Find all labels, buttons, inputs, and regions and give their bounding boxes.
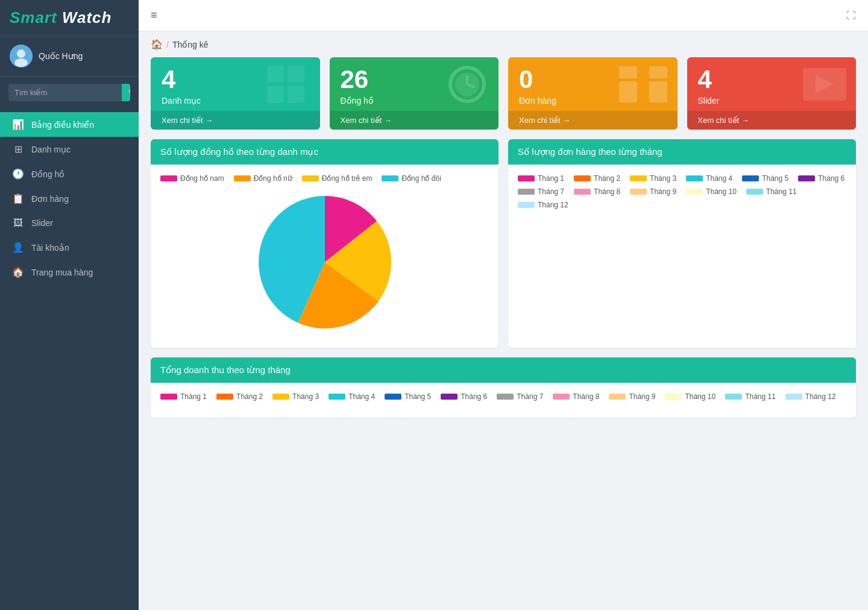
order-legend-item-11: Tháng 12	[518, 201, 568, 209]
order-chart-body: Tháng 1Tháng 2Tháng 3Tháng 4Tháng 5Tháng…	[508, 165, 856, 347]
sidebar-item-label: Danh mục	[31, 145, 71, 154]
stat-number-watch: 26	[341, 67, 374, 92]
order-legend-item-0: Tháng 1	[518, 174, 564, 183]
revenue-chart-header: Tổng doanh thu theo từng tháng	[151, 357, 856, 383]
stat-label-slider: Slider	[698, 96, 720, 105]
svg-rect-3	[267, 66, 284, 83]
legend-label-2: Đồng hồ trẻ em	[322, 174, 373, 183]
revenue-chart-card: Tổng doanh thu theo từng tháng Tháng 1Th…	[151, 357, 856, 418]
stat-label-order: Đơn hàng	[519, 96, 556, 105]
order-legend-item-10: Tháng 11	[746, 187, 797, 196]
legend-color-3	[382, 175, 398, 181]
avatar	[10, 45, 33, 68]
sidebar-item-label: Slider	[31, 218, 53, 228]
topbar: ≡ ⛶	[139, 0, 868, 31]
svg-rect-6	[288, 86, 304, 103]
revenue-legend-item-4: Tháng 5	[385, 392, 431, 401]
sidebar-nav: 📊 Bảng điều khiển ⊞ Danh mục 🕐 Đồng hồ 📋…	[0, 108, 139, 610]
stat-footer-category[interactable]: Xem chi tiết →	[151, 111, 320, 130]
legend-item-0: Đồng hồ nam	[160, 174, 224, 183]
sidebar-item-watch[interactable]: 🕐 Đồng hồ	[0, 162, 139, 186]
legend-color-2	[302, 175, 319, 181]
pie-chart-card: Số lượng đồng hồ theo từng danh mục Đồng…	[151, 139, 498, 348]
revenue-chart-section: Tổng doanh thu theo từng tháng Tháng 1Th…	[139, 357, 868, 430]
order-chart-empty	[518, 216, 846, 337]
pie-chart-header: Số lượng đồng hồ theo từng danh mục	[151, 139, 498, 165]
stat-number-category: 4	[162, 67, 201, 92]
category-icon: ⊞	[12, 143, 24, 155]
stat-card-top: 4 Danh mục	[162, 67, 309, 105]
pie-svg	[259, 196, 391, 329]
home-icon[interactable]: 🏠	[151, 39, 163, 50]
order-legend-item-6: Tháng 7	[518, 187, 564, 196]
svg-rect-4	[288, 66, 304, 83]
svg-point-1	[17, 49, 25, 58]
order-legend-item-1: Tháng 2	[574, 174, 620, 183]
revenue-legend-item-9: Tháng 10	[665, 392, 715, 401]
hamburger-button[interactable]: ≡	[151, 9, 157, 22]
stat-footer-order[interactable]: Xem chi tiết →	[508, 111, 678, 130]
sidebar-item-order[interactable]: 📋 Đơn hàng	[0, 186, 139, 211]
breadcrumb-current: Thống kê	[172, 40, 209, 49]
watch-icon: 🕐	[12, 168, 24, 180]
revenue-legend-item-7: Tháng 8	[553, 392, 599, 401]
order-legend-item-7: Tháng 8	[574, 187, 620, 196]
sidebar-item-dashboard[interactable]: 📊 Bảng điều khiển	[0, 112, 139, 137]
pie-chart-body: Đồng hồ nam Đồng hồ nữ Đồng hồ trẻ em Đồ…	[151, 165, 498, 348]
revenue-legend-item-2: Tháng 3	[272, 392, 319, 401]
order-chart-header: Số lượng đơn hàng theo từng tháng	[508, 139, 856, 165]
app-logo: Smart Watch	[0, 0, 139, 36]
order-legend-item-2: Tháng 3	[630, 174, 676, 183]
order-legend-item-5: Tháng 6	[798, 174, 844, 183]
pie-container	[160, 190, 489, 338]
expand-button[interactable]: ⛶	[846, 10, 856, 21]
revenue-legend-item-6: Tháng 7	[497, 392, 543, 401]
sidebar-item-shop[interactable]: 🏠 Trang mua hàng	[0, 260, 139, 285]
order-legend-item-3: Tháng 4	[686, 174, 732, 183]
legend-color-0	[160, 175, 177, 181]
order-legend-item-4: Tháng 5	[742, 174, 788, 183]
sidebar-item-label: Bảng điều khiển	[31, 120, 94, 130]
topbar-left: ≡	[151, 9, 157, 22]
main-content: ≡ ⛶ 🏠 / Thống kê 4 Danh mục	[139, 0, 868, 610]
revenue-legend-item-10: Tháng 11	[725, 392, 776, 401]
stat-label-category: Danh mục	[162, 96, 201, 105]
stat-card-top: 26 Đồng hồ	[341, 67, 488, 105]
stat-card-watch: 26 Đồng hồ Xem chi tiết →	[330, 57, 499, 130]
sidebar-item-category[interactable]: ⊞ Danh mục	[0, 137, 139, 162]
sidebar-item-label: Trang mua hàng	[31, 268, 93, 277]
revenue-legend-item-3: Tháng 4	[329, 392, 375, 401]
user-profile: Quốc Hưng	[0, 36, 139, 77]
stat-footer-watch[interactable]: Xem chi tiết →	[330, 111, 499, 130]
sidebar-item-label: Đơn hàng	[31, 194, 69, 204]
revenue-legend-item-5: Tháng 6	[441, 392, 487, 401]
revenue-legend-item-11: Tháng 12	[785, 392, 836, 401]
search-box[interactable]: 🔍	[8, 84, 130, 101]
svg-rect-13	[619, 66, 637, 78]
charts-row: Số lượng đồng hồ theo từng danh mục Đồng…	[139, 139, 868, 357]
breadcrumb: 🏠 / Thống kê	[139, 31, 868, 57]
stat-number-order: 0	[519, 67, 556, 92]
category-stat-icon	[265, 63, 313, 110]
sidebar-item-slider[interactable]: 🖼 Slider	[0, 211, 139, 235]
order-chart-legend: Tháng 1Tháng 2Tháng 3Tháng 4Tháng 5Tháng…	[518, 174, 846, 209]
search-input[interactable]	[8, 84, 122, 101]
slider-icon: 🖼	[12, 218, 24, 228]
breadcrumb-separator: /	[166, 40, 169, 49]
order-chart-card: Số lượng đơn hàng theo từng tháng Tháng …	[508, 139, 856, 348]
legend-color-1	[234, 175, 251, 181]
dashboard-icon: 📊	[12, 119, 24, 130]
stat-footer-slider[interactable]: Xem chi tiết →	[687, 111, 857, 130]
stat-card-slider: 4 Slider Xem chi tiết →	[687, 57, 857, 130]
svg-rect-14	[649, 66, 667, 78]
search-button[interactable]: 🔍	[122, 84, 130, 101]
sidebar-item-account[interactable]: 👤 Tài khoản	[0, 235, 139, 260]
sidebar: Smart Watch Quốc Hưng 🔍 📊 Bảng điều khiể…	[0, 0, 139, 610]
revenue-legend-item-8: Tháng 9	[609, 392, 655, 401]
legend-item-2: Đồng hồ trẻ em	[302, 174, 373, 183]
stat-label-watch: Đồng hồ	[341, 96, 374, 105]
stat-card-order: 0 Đơn hàng Xem chi tiết →	[508, 57, 678, 130]
account-icon: 👤	[12, 242, 24, 253]
legend-label-1: Đồng hồ nữ	[254, 174, 292, 183]
revenue-chart-legend: Tháng 1Tháng 2Tháng 3Tháng 4Tháng 5Tháng…	[160, 392, 846, 401]
